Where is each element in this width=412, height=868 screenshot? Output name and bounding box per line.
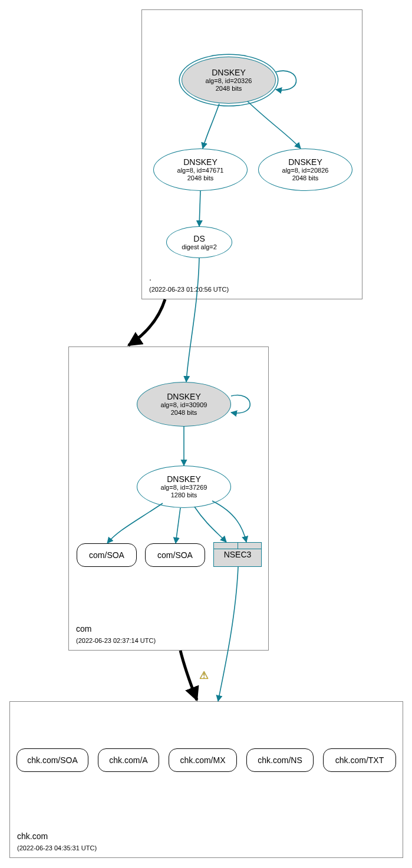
node-chk-txt[interactable]: chk.com/TXT <box>323 748 396 772</box>
node-sub: alg=8, id=30909 <box>161 401 207 409</box>
node-chk-mx[interactable]: chk.com/MX <box>169 748 237 772</box>
node-com-nsec3[interactable]: NSEC3 <box>213 542 262 567</box>
node-com-soa1[interactable]: com/SOA <box>77 543 137 567</box>
zone-chkcom-name: chk.com <box>17 831 48 841</box>
node-sub: 2048 bits <box>216 85 242 93</box>
node-sub: alg=8, id=47671 <box>177 167 224 174</box>
zone-chkcom: chk.com (2022-06-23 04:35:31 UTC) <box>9 701 403 858</box>
node-title: DS <box>193 234 205 243</box>
warning-icon: ⚠ <box>199 669 209 682</box>
node-com-ksk[interactable]: DNSKEY alg=8, id=30909 2048 bits <box>137 382 231 427</box>
node-root-ds[interactable]: DS digest alg=2 <box>166 226 232 258</box>
node-sub: 2048 bits <box>187 174 214 182</box>
node-root-zsk2[interactable]: DNSKEY alg=8, id=20826 2048 bits <box>258 148 352 191</box>
node-title: DNSKEY <box>183 157 217 167</box>
edge-com-zone-chkcom-zone <box>180 651 197 700</box>
node-title: DNSKEY <box>167 474 201 484</box>
zone-com-name: com <box>76 624 91 633</box>
node-label: chk.com/MX <box>180 755 225 765</box>
zone-chkcom-timestamp: (2022-06-23 04:35:31 UTC) <box>17 844 97 852</box>
node-root-zsk1[interactable]: DNSKEY alg=8, id=47671 2048 bits <box>153 148 248 191</box>
node-title: DNSKEY <box>288 157 322 167</box>
node-com-zsk[interactable]: DNSKEY alg=8, id=37269 1280 bits <box>137 466 231 508</box>
node-sub: 2048 bits <box>171 409 197 417</box>
node-sub: alg=8, id=20326 <box>206 77 252 85</box>
zone-root-timestamp: (2022-06-23 01:20:56 UTC) <box>149 286 229 293</box>
node-com-soa2[interactable]: com/SOA <box>145 543 205 567</box>
node-label: NSEC3 <box>214 550 261 559</box>
node-label: com/SOA <box>89 550 124 560</box>
node-label: chk.com/TXT <box>335 755 384 765</box>
node-title: DNSKEY <box>167 392 201 401</box>
node-chk-ns[interactable]: chk.com/NS <box>246 748 314 772</box>
node-label: chk.com/A <box>109 755 147 765</box>
node-title: DNSKEY <box>212 68 246 77</box>
node-root-ksk[interactable]: DNSKEY alg=8, id=20326 2048 bits <box>182 57 276 104</box>
node-label: com/SOA <box>157 550 193 560</box>
node-chk-soa[interactable]: chk.com/SOA <box>17 748 88 772</box>
node-chk-a[interactable]: chk.com/A <box>98 748 159 772</box>
node-sub: 1280 bits <box>171 491 197 499</box>
zone-com-timestamp: (2022-06-23 02:37:14 UTC) <box>76 637 156 644</box>
nsec3-header <box>214 543 261 549</box>
node-label: chk.com/NS <box>258 755 302 765</box>
node-sub: digest alg=2 <box>182 243 217 251</box>
node-sub: alg=8, id=20826 <box>282 167 329 174</box>
zone-root-name: . <box>149 273 151 282</box>
edge-root-zone-com-zone <box>128 299 165 345</box>
node-label: chk.com/SOA <box>27 755 78 765</box>
node-sub: 2048 bits <box>292 174 319 182</box>
node-sub: alg=8, id=37269 <box>161 484 207 491</box>
